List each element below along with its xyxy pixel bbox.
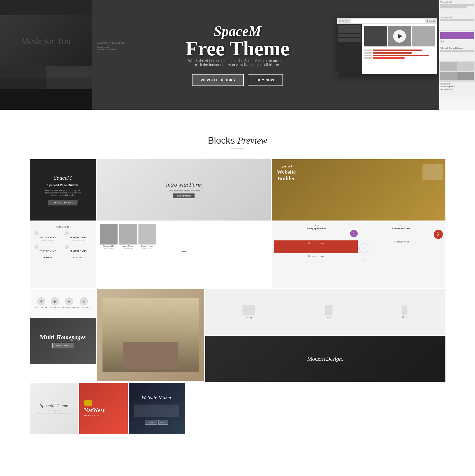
- process-num-2: 2: [434, 230, 443, 239]
- preview-strip-item-6: Retina ready Mobile responsive Website B…: [439, 82, 475, 97]
- icon-circle-4: ▲: [80, 297, 88, 306]
- process-step-2: Label Realisation of idea 2: [359, 224, 443, 239]
- preview-strip-1: [440, 4, 474, 6]
- website-maker-btn-1[interactable]: DEMO: [145, 420, 157, 425]
- design-item-5: FEATURE: [33, 255, 62, 260]
- col-a-right: SpaceM Website Builder Label Coming up w…: [272, 159, 445, 288]
- browser-sidebar: [337, 24, 362, 74]
- chart-bar-1: [373, 50, 422, 51]
- icon-feature-1: ★ FEATURE ONE: [35, 297, 47, 309]
- preview-strip-2: [440, 19, 474, 21]
- mobile-icon: [402, 306, 407, 315]
- homepages-label: Homepages: [56, 334, 86, 340]
- dot-1: [181, 251, 183, 252]
- mosaic-row-b: ★ FEATURE ONE ◆ FEATURE TWO ● FEATURE TH…: [30, 289, 445, 382]
- process-grid: Label Coming up with idea 1 Label Realis…: [274, 224, 443, 265]
- chart-bar-4: [373, 57, 405, 59]
- spacem-theme-card: SpaceM Theme iPhone and mouse on desk wi…: [30, 383, 78, 434]
- preview-label-1: Text with Slider: [440, 1, 474, 3]
- team-role-3: Team member: [138, 247, 156, 249]
- wb-builder-label: Builder: [277, 175, 296, 182]
- preview-img-5d: [457, 72, 474, 81]
- office-interior: [102, 298, 199, 372]
- multi-home-btn[interactable]: VIEW DEMO: [52, 343, 73, 348]
- browser-dot-1: [339, 20, 341, 22]
- hero-title-italic: SpaceM: [214, 24, 261, 38]
- design-item-1: FEATURE NAMELorem ipsum text: [33, 230, 62, 242]
- intro-form-title: Intro with Form: [166, 181, 202, 188]
- preview-purple-bar: [440, 32, 474, 39]
- view-all-blocks-button[interactable]: VIEW ALL BLOCKS: [192, 74, 244, 86]
- multi-label: Multi: [40, 334, 55, 340]
- preview-strip-4: [440, 50, 474, 52]
- blocks-title-normal: Blocks: [208, 135, 235, 146]
- process-num-3b: 3: [359, 255, 369, 265]
- preview-label-2: Text with Slider: [440, 16, 474, 19]
- design-label: Design,: [326, 356, 343, 362]
- dot-3: [185, 251, 187, 252]
- preview-img-5c: [440, 72, 457, 81]
- office-photo-card: [97, 289, 204, 381]
- chart-bar-2: [373, 52, 412, 54]
- chart-row-4: [364, 57, 435, 59]
- website-builder-card: SpaceM Website Builder: [272, 159, 445, 221]
- intro-form-btn[interactable]: GET STARTED: [173, 193, 194, 198]
- preview-strip-item-5: [439, 61, 475, 82]
- website-maker-title: Website Maker: [139, 392, 174, 403]
- preview-label-6c: Website Builder: [440, 88, 474, 91]
- modern-design-card: Modern Design,: [205, 336, 445, 382]
- hero-right-preview-strip: Text with Slider Text with Slider oma Ta…: [439, 0, 475, 110]
- icon-label-2: FEATURE TWO: [48, 307, 61, 309]
- page-builder-label: SpaceM Page Builder: [47, 183, 78, 187]
- sidebar-item-2: [338, 29, 361, 33]
- team-pagination-dots: [100, 251, 268, 252]
- design-item-4: FEATURE NAME: [64, 244, 93, 254]
- browser-dot-3: [345, 20, 348, 22]
- preview-img-5b: [457, 62, 474, 71]
- process-step-5: Get project result: [274, 255, 358, 265]
- preview-label-3: oma: [440, 40, 474, 42]
- chart-label-3: [364, 55, 372, 56]
- modern-label: Modern: [307, 356, 325, 362]
- play-button[interactable]: [393, 30, 406, 43]
- hero-to-blocks-spacer: [0, 110, 475, 125]
- hero-buttons: VIEW ALL BLOCKS BUY NOW: [192, 74, 283, 86]
- browser-content-area: [337, 24, 437, 74]
- team-name-2: James Nixon: [119, 245, 137, 247]
- preview-strip-item-1: Text with Slider: [439, 0, 475, 15]
- spacem-theme-title: SpaceM Theme: [37, 403, 71, 408]
- device-mobile: Mobile: [402, 306, 408, 319]
- desktop-icon: [242, 305, 255, 315]
- wb-website-label: Website: [277, 168, 296, 175]
- browser-mockup: SpaceM: [337, 18, 437, 74]
- blocks-title-underline: [231, 149, 244, 149]
- browser-img-3: [412, 26, 435, 46]
- preview-label-4: Tabs with Text and Buttons: [440, 47, 474, 49]
- blocks-preview-title: Blocks Preview: [0, 135, 475, 146]
- intro-form-card: Intro with Form Lorem ipsum dolor sit am…: [97, 159, 271, 221]
- website-maker-buttons: DEMO BUY: [145, 420, 168, 425]
- design-grid-title: Our Design: [33, 225, 93, 228]
- chart-label-2: [364, 52, 372, 54]
- browser-dot-2: [342, 20, 344, 22]
- browser-chart-bars: [364, 48, 435, 61]
- office-table: [123, 342, 178, 369]
- browser-video-cell: [388, 26, 411, 46]
- preview-label-6b: Mobile responsive: [440, 86, 474, 88]
- buy-now-button[interactable]: BUY NOW: [248, 74, 283, 86]
- natwest-card: NatWest •••• •••• •••• 1234: [79, 383, 128, 434]
- preview-strip-1b: [440, 6, 467, 8]
- intro-form-subtitle: Lorem ipsum dolor sit amet consectetur: [168, 190, 200, 192]
- page-builder-subtitle: Watch the video on right to see the Spac…: [43, 189, 83, 196]
- blocks-preview-section: Blocks Preview SpaceM SpaceM Page Builde…: [0, 125, 475, 449]
- natwest-chip: [84, 400, 92, 406]
- mobile-label: Mobile: [402, 316, 408, 319]
- chart-label-1: [364, 50, 372, 51]
- browser-hero-strip: [364, 26, 435, 46]
- page-builder-title: SpaceM SpaceM Page Builder: [47, 175, 78, 188]
- page-builder-btn[interactable]: VIEW ALL BLOCKS: [48, 200, 78, 205]
- preview-img-5a: [440, 62, 457, 71]
- device-tablet: Tablet: [325, 305, 332, 319]
- process-num-4: 4: [359, 243, 369, 253]
- website-maker-btn-2[interactable]: BUY: [158, 420, 168, 425]
